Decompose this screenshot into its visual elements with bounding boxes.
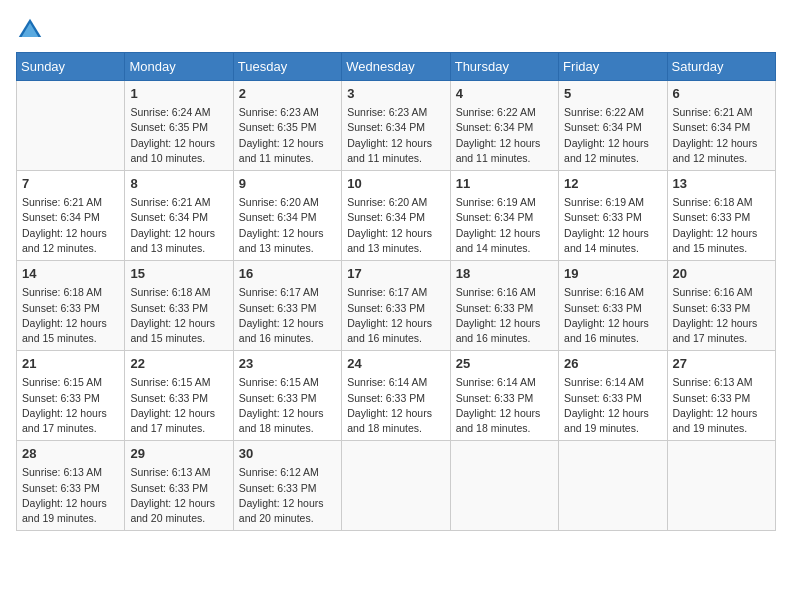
day-number: 7: [22, 175, 119, 193]
calendar-cell: 29Sunrise: 6:13 AM Sunset: 6:33 PM Dayli…: [125, 441, 233, 531]
cell-content: Sunrise: 6:22 AM Sunset: 6:34 PM Dayligh…: [456, 105, 553, 166]
day-number: 26: [564, 355, 661, 373]
day-number: 18: [456, 265, 553, 283]
calendar-cell: 21Sunrise: 6:15 AM Sunset: 6:33 PM Dayli…: [17, 351, 125, 441]
col-header-tuesday: Tuesday: [233, 53, 341, 81]
col-header-thursday: Thursday: [450, 53, 558, 81]
day-number: 29: [130, 445, 227, 463]
calendar-cell: 7Sunrise: 6:21 AM Sunset: 6:34 PM Daylig…: [17, 171, 125, 261]
day-number: 30: [239, 445, 336, 463]
cell-content: Sunrise: 6:13 AM Sunset: 6:33 PM Dayligh…: [673, 375, 770, 436]
cell-content: Sunrise: 6:15 AM Sunset: 6:33 PM Dayligh…: [130, 375, 227, 436]
week-row-2: 7Sunrise: 6:21 AM Sunset: 6:34 PM Daylig…: [17, 171, 776, 261]
cell-content: Sunrise: 6:13 AM Sunset: 6:33 PM Dayligh…: [22, 465, 119, 526]
calendar-cell: 3Sunrise: 6:23 AM Sunset: 6:34 PM Daylig…: [342, 81, 450, 171]
day-number: 4: [456, 85, 553, 103]
calendar-cell: 19Sunrise: 6:16 AM Sunset: 6:33 PM Dayli…: [559, 261, 667, 351]
cell-content: Sunrise: 6:23 AM Sunset: 6:34 PM Dayligh…: [347, 105, 444, 166]
day-number: 23: [239, 355, 336, 373]
day-number: 6: [673, 85, 770, 103]
day-number: 9: [239, 175, 336, 193]
week-row-1: 1Sunrise: 6:24 AM Sunset: 6:35 PM Daylig…: [17, 81, 776, 171]
week-row-5: 28Sunrise: 6:13 AM Sunset: 6:33 PM Dayli…: [17, 441, 776, 531]
cell-content: Sunrise: 6:14 AM Sunset: 6:33 PM Dayligh…: [564, 375, 661, 436]
calendar-cell: [450, 441, 558, 531]
page-header: [16, 16, 776, 44]
logo: [16, 16, 48, 44]
cell-content: Sunrise: 6:21 AM Sunset: 6:34 PM Dayligh…: [22, 195, 119, 256]
calendar-cell: 10Sunrise: 6:20 AM Sunset: 6:34 PM Dayli…: [342, 171, 450, 261]
calendar-cell: 25Sunrise: 6:14 AM Sunset: 6:33 PM Dayli…: [450, 351, 558, 441]
cell-content: Sunrise: 6:16 AM Sunset: 6:33 PM Dayligh…: [456, 285, 553, 346]
calendar-cell: 11Sunrise: 6:19 AM Sunset: 6:34 PM Dayli…: [450, 171, 558, 261]
calendar-cell: 12Sunrise: 6:19 AM Sunset: 6:33 PM Dayli…: [559, 171, 667, 261]
day-number: 13: [673, 175, 770, 193]
day-number: 5: [564, 85, 661, 103]
day-number: 3: [347, 85, 444, 103]
cell-content: Sunrise: 6:20 AM Sunset: 6:34 PM Dayligh…: [347, 195, 444, 256]
cell-content: Sunrise: 6:18 AM Sunset: 6:33 PM Dayligh…: [22, 285, 119, 346]
calendar-cell: [342, 441, 450, 531]
calendar-cell: 27Sunrise: 6:13 AM Sunset: 6:33 PM Dayli…: [667, 351, 775, 441]
col-header-monday: Monday: [125, 53, 233, 81]
cell-content: Sunrise: 6:19 AM Sunset: 6:34 PM Dayligh…: [456, 195, 553, 256]
week-row-3: 14Sunrise: 6:18 AM Sunset: 6:33 PM Dayli…: [17, 261, 776, 351]
cell-content: Sunrise: 6:24 AM Sunset: 6:35 PM Dayligh…: [130, 105, 227, 166]
cell-content: Sunrise: 6:19 AM Sunset: 6:33 PM Dayligh…: [564, 195, 661, 256]
week-row-4: 21Sunrise: 6:15 AM Sunset: 6:33 PM Dayli…: [17, 351, 776, 441]
calendar-cell: 16Sunrise: 6:17 AM Sunset: 6:33 PM Dayli…: [233, 261, 341, 351]
col-header-wednesday: Wednesday: [342, 53, 450, 81]
calendar-cell: 8Sunrise: 6:21 AM Sunset: 6:34 PM Daylig…: [125, 171, 233, 261]
day-number: 25: [456, 355, 553, 373]
calendar-cell: 23Sunrise: 6:15 AM Sunset: 6:33 PM Dayli…: [233, 351, 341, 441]
day-number: 8: [130, 175, 227, 193]
cell-content: Sunrise: 6:12 AM Sunset: 6:33 PM Dayligh…: [239, 465, 336, 526]
day-number: 15: [130, 265, 227, 283]
cell-content: Sunrise: 6:16 AM Sunset: 6:33 PM Dayligh…: [673, 285, 770, 346]
day-number: 17: [347, 265, 444, 283]
calendar-cell: 17Sunrise: 6:17 AM Sunset: 6:33 PM Dayli…: [342, 261, 450, 351]
calendar-cell: [17, 81, 125, 171]
calendar-cell: 9Sunrise: 6:20 AM Sunset: 6:34 PM Daylig…: [233, 171, 341, 261]
cell-content: Sunrise: 6:14 AM Sunset: 6:33 PM Dayligh…: [456, 375, 553, 436]
cell-content: Sunrise: 6:17 AM Sunset: 6:33 PM Dayligh…: [347, 285, 444, 346]
calendar-cell: 28Sunrise: 6:13 AM Sunset: 6:33 PM Dayli…: [17, 441, 125, 531]
day-number: 28: [22, 445, 119, 463]
day-number: 11: [456, 175, 553, 193]
calendar-cell: 18Sunrise: 6:16 AM Sunset: 6:33 PM Dayli…: [450, 261, 558, 351]
cell-content: Sunrise: 6:20 AM Sunset: 6:34 PM Dayligh…: [239, 195, 336, 256]
col-header-friday: Friday: [559, 53, 667, 81]
cell-content: Sunrise: 6:21 AM Sunset: 6:34 PM Dayligh…: [130, 195, 227, 256]
calendar-table: SundayMondayTuesdayWednesdayThursdayFrid…: [16, 52, 776, 531]
calendar-cell: 15Sunrise: 6:18 AM Sunset: 6:33 PM Dayli…: [125, 261, 233, 351]
calendar-cell: 22Sunrise: 6:15 AM Sunset: 6:33 PM Dayli…: [125, 351, 233, 441]
day-number: 10: [347, 175, 444, 193]
calendar-cell: 14Sunrise: 6:18 AM Sunset: 6:33 PM Dayli…: [17, 261, 125, 351]
day-number: 21: [22, 355, 119, 373]
calendar-cell: 20Sunrise: 6:16 AM Sunset: 6:33 PM Dayli…: [667, 261, 775, 351]
cell-content: Sunrise: 6:22 AM Sunset: 6:34 PM Dayligh…: [564, 105, 661, 166]
calendar-cell: 2Sunrise: 6:23 AM Sunset: 6:35 PM Daylig…: [233, 81, 341, 171]
day-number: 20: [673, 265, 770, 283]
cell-content: Sunrise: 6:13 AM Sunset: 6:33 PM Dayligh…: [130, 465, 227, 526]
cell-content: Sunrise: 6:21 AM Sunset: 6:34 PM Dayligh…: [673, 105, 770, 166]
col-header-sunday: Sunday: [17, 53, 125, 81]
cell-content: Sunrise: 6:18 AM Sunset: 6:33 PM Dayligh…: [130, 285, 227, 346]
cell-content: Sunrise: 6:15 AM Sunset: 6:33 PM Dayligh…: [239, 375, 336, 436]
cell-content: Sunrise: 6:15 AM Sunset: 6:33 PM Dayligh…: [22, 375, 119, 436]
cell-content: Sunrise: 6:17 AM Sunset: 6:33 PM Dayligh…: [239, 285, 336, 346]
day-number: 19: [564, 265, 661, 283]
day-number: 27: [673, 355, 770, 373]
calendar-cell: [559, 441, 667, 531]
calendar-cell: 1Sunrise: 6:24 AM Sunset: 6:35 PM Daylig…: [125, 81, 233, 171]
col-header-saturday: Saturday: [667, 53, 775, 81]
day-number: 24: [347, 355, 444, 373]
day-number: 1: [130, 85, 227, 103]
cell-content: Sunrise: 6:18 AM Sunset: 6:33 PM Dayligh…: [673, 195, 770, 256]
logo-icon: [16, 16, 44, 44]
calendar-header-row: SundayMondayTuesdayWednesdayThursdayFrid…: [17, 53, 776, 81]
day-number: 12: [564, 175, 661, 193]
calendar-cell: [667, 441, 775, 531]
calendar-cell: 26Sunrise: 6:14 AM Sunset: 6:33 PM Dayli…: [559, 351, 667, 441]
cell-content: Sunrise: 6:16 AM Sunset: 6:33 PM Dayligh…: [564, 285, 661, 346]
